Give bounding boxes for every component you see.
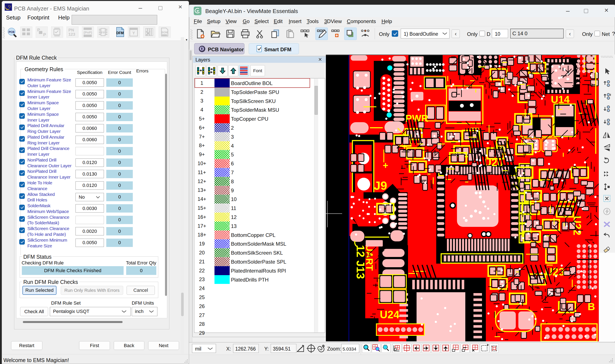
svg-text:U14: U14 [551, 94, 570, 105]
svg-text:P: P [43, 32, 46, 37]
svg-text:BOM: BOM [162, 31, 168, 34]
svg-text:DFM: DFM [116, 31, 124, 35]
svg-text:U24: U24 [380, 309, 399, 321]
svg-text:Y: Y [132, 31, 135, 35]
svg-text:123: 123 [68, 32, 75, 37]
svg-text:PCB: PCB [9, 30, 14, 34]
svg-text:(PnP): (PnP) [84, 31, 92, 34]
svg-text:FP: FP [101, 31, 105, 34]
svg-text:PN: PN [68, 28, 74, 32]
svg-text:J9: J9 [374, 179, 387, 192]
